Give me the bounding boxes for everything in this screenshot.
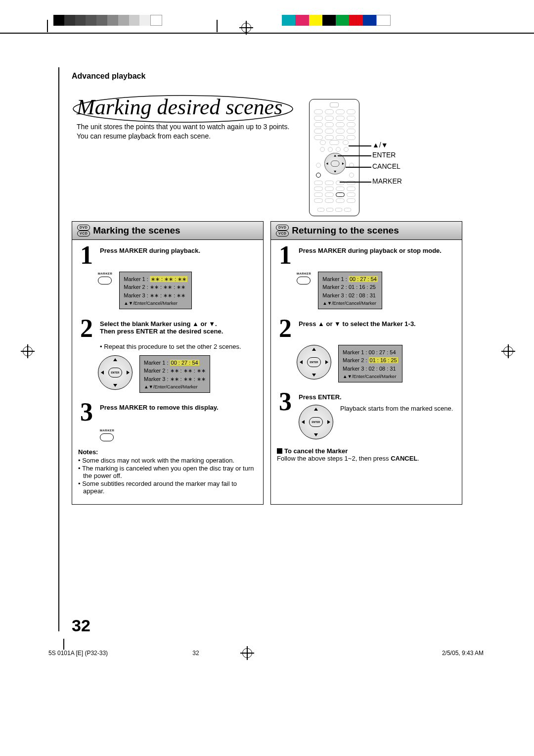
left-step3-title: Press MARKER to remove this display. [100,404,257,411]
osd-display-r1: Marker 1 : 00 : 27 : 54 Marker 2 : 01 : … [318,272,382,310]
footer-date: 2/5/05, 9:43 AM [442,650,484,657]
print-registration-top [0,15,534,35]
marker-button-icon: MARKER [98,272,112,286]
left-step1-title: Press MARKER during playback. [100,247,257,254]
step-number-1: 1 [277,245,294,266]
step-number-2: 2 [78,318,95,339]
step-number-1: 1 [78,245,95,266]
right-step3-note: Playback starts from the marked scene. [340,405,453,439]
cancel-marker-body: Follow the above steps 1~2, then press C… [277,455,456,462]
intro-text: The unit stores the points that you want… [77,122,289,141]
cancel-marker-head: To cancel the Marker [277,447,456,455]
right-step2-title: Press ▲ or ▼ to select the Marker 1-3. [299,320,456,328]
square-bullet-icon [277,448,282,454]
osd-display-1: Marker 1 : ∗∗ : ∗∗ : ∗∗ Marker 2 : ∗∗ : … [119,272,192,310]
notes-title: Notes: [78,448,257,456]
title-oval-icon [72,94,294,124]
callout-nav: ▲/▼ [372,141,388,149]
dpad-enter-icon: ENTER [98,355,133,390]
callout-enter: ENTER [372,151,396,159]
remote-illustration [309,99,359,216]
marker-button-icon: MARKER [297,272,311,286]
dpad-enter-icon: ENTER [299,405,333,439]
marking-heading: DVD VCD Marking the scenes [72,222,263,240]
section-label: Advanced playback [72,72,145,81]
footer-doc: 5S 0101A [E] (P32-33) [48,650,108,657]
osd-display-r2: Marker 1 : 00 : 27 : 54 Marker 2 : 01 : … [338,345,402,383]
note-item: The marking is canceled when you open th… [78,465,257,479]
left-step2-note: • Repeat this procedure to set the other… [100,343,257,350]
note-item: Some discs may not work with the marking… [78,457,257,464]
dpad-nav-icon: ENTER [297,345,331,379]
dvd-vcd-badge-icon: DVD VCD [77,225,90,236]
returning-heading: DVD VCD Returning to the scenes [271,222,462,240]
notes-block: Notes: Some discs may not work with the … [78,448,257,495]
step-number-2: 2 [277,318,294,339]
osd-display-2: Marker 1 : 00 : 27 : 54 Marker 2 : ∗∗ : … [139,355,210,393]
callout-marker: MARKER [372,177,402,185]
step-number-3: 3 [78,402,95,423]
page-left-rule [58,67,59,631]
dvd-vcd-badge-icon: DVD VCD [276,225,289,236]
marking-scenes-panel: DVD VCD Marking the scenes 1 Press MARKE… [72,221,264,505]
right-step3-body: ENTER Playback starts from the marked sc… [299,405,456,439]
svg-point-0 [73,95,293,122]
right-step1-title: Press MARKER during playback or stop mod… [299,247,456,254]
footer-page: 32 [192,650,199,657]
left-step2-title: Select the blank Marker using ▲ or ▼. Th… [100,320,257,335]
page-number: 32 [72,616,90,635]
right-step3-title: Press ENTER. [299,393,456,401]
step-number-3: 3 [277,391,294,439]
note-item: Some subtitles recorded around the marke… [78,480,257,495]
reg-mark-left-icon [23,346,33,356]
callout-cancel: CANCEL [372,162,400,170]
marker-button-icon: MARKER [100,428,257,441]
print-footer: 5S 0101A [E] (P32-33) 32 2/5/05, 9:43 AM [48,650,484,657]
reg-mark-right-icon [503,346,513,356]
returning-scenes-panel: DVD VCD Returning to the scenes 1 Press … [270,221,462,505]
